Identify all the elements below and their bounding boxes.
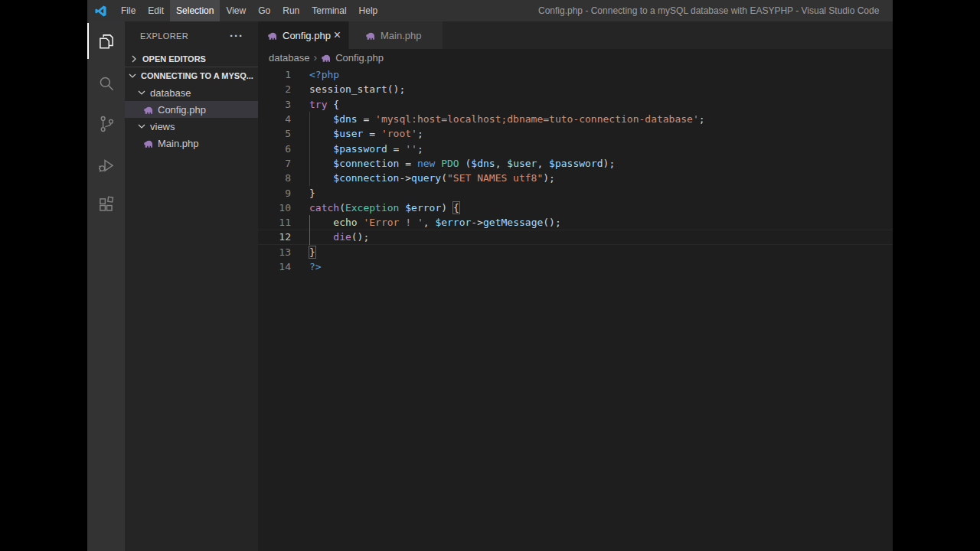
breadcrumb-file[interactable]: Config.php [335, 52, 384, 64]
php-file-icon [143, 105, 154, 115]
line-number: 4 [258, 112, 291, 126]
code-line-1[interactable]: 1<?php [258, 67, 893, 82]
tree-item-database[interactable]: database [125, 84, 258, 101]
source-control-icon[interactable] [87, 114, 125, 134]
extensions-icon[interactable] [87, 195, 125, 215]
php-file-icon [267, 31, 278, 41]
menu-help[interactable]: Help [353, 0, 384, 21]
php-file-icon [321, 53, 332, 63]
menu-go[interactable]: Go [252, 0, 276, 21]
line-number: 7 [258, 156, 291, 171]
line-number: 11 [258, 215, 291, 230]
code-line-12[interactable]: 12 die(); [258, 230, 893, 244]
line-number: 5 [258, 126, 291, 141]
vscode-window: FileEditSelectionViewGoRunTerminalHelp C… [87, 0, 893, 551]
workspace-section[interactable]: CONNECTING TO A MYSQ... [125, 67, 258, 84]
line-number: 2 [258, 82, 291, 96]
tab-label: Config.php [283, 30, 331, 41]
line-number: 14 [258, 259, 291, 274]
code-line-6[interactable]: 6 $password = ''; [258, 142, 893, 156]
tab-main-php[interactable]: Main.php [349, 21, 443, 49]
chevron-right-icon [128, 53, 140, 65]
activity-bar [87, 21, 125, 551]
line-number: 13 [258, 245, 291, 259]
tree-item-label: database [150, 87, 191, 99]
line-number: 9 [258, 186, 291, 201]
explorer-sidebar: EXPLORER ··· OPEN EDITORS CONNECTING TO … [125, 21, 258, 551]
tree-item-main-php[interactable]: Main.php [125, 135, 258, 152]
code-line-14[interactable]: 14?> [258, 259, 893, 274]
code-line-3[interactable]: 3try { [258, 97, 893, 112]
open-editors-label: OPEN EDITORS [142, 54, 206, 64]
search-icon[interactable] [87, 73, 125, 93]
explorer-icon[interactable] [87, 31, 125, 51]
code-line-5[interactable]: 5 $user = 'root'; [258, 126, 893, 141]
workspace-label: CONNECTING TO A MYSQ... [141, 71, 253, 80]
chevron-down-icon [136, 86, 148, 99]
tab-config-php[interactable]: Config.php× [258, 21, 348, 49]
code-area[interactable]: 1<?php2session_start();3try {4 $dns = 'm… [258, 67, 893, 274]
line-number: 1 [258, 67, 291, 82]
breadcrumb-folder[interactable]: database [269, 52, 310, 64]
file-tree: database Config.php views Main.php [125, 84, 258, 152]
menu-view[interactable]: View [220, 0, 252, 21]
line-number: 6 [258, 142, 291, 156]
run-debug-icon[interactable] [87, 155, 125, 175]
code-line-13[interactable]: 13} [258, 245, 893, 259]
chevron-down-icon [126, 70, 139, 82]
code-line-8[interactable]: 8 $connection->query("SET NAMES utf8"); [258, 171, 893, 185]
tree-item-label: views [150, 121, 175, 132]
tab-bar: Config.php× Main.php [258, 21, 893, 49]
code-line-7[interactable]: 7 $connection = new PDO ($dns, $user, $p… [258, 156, 893, 171]
code-line-10[interactable]: 10catch(Exception $error) { [258, 201, 893, 215]
open-editors-section[interactable]: OPEN EDITORS [125, 51, 258, 67]
line-number: 3 [258, 97, 291, 112]
close-icon[interactable]: × [334, 29, 341, 41]
code-line-11[interactable]: 11 echo 'Error ! ', $error->getMessage()… [258, 215, 893, 230]
tree-item-views[interactable]: views [125, 118, 258, 135]
menu-selection[interactable]: Selection [170, 0, 220, 21]
code-line-4[interactable]: 4 $dns = 'mysql:host=localhost;dbname=tu… [258, 112, 893, 126]
menu-terminal[interactable]: Terminal [305, 0, 352, 21]
editor-area: Config.php× Main.php database › Config.p… [258, 21, 893, 551]
line-number: 8 [258, 171, 291, 185]
menu-edit[interactable]: Edit [142, 0, 170, 21]
breadcrumb: database › Config.php [258, 49, 893, 66]
window-title: Config.php - Connecting to a mySQL datab… [538, 0, 879, 21]
code-line-9[interactable]: 9} [258, 186, 893, 201]
line-number: 10 [258, 201, 291, 215]
vscode-logo-icon [94, 5, 107, 18]
code-line-2[interactable]: 2session_start(); [258, 82, 893, 96]
tree-item-label: Main.php [158, 138, 198, 149]
menu-run[interactable]: Run [276, 0, 305, 21]
menu-file[interactable]: File [115, 0, 142, 21]
tab-label: Main.php [381, 30, 421, 41]
sidebar-more-actions-icon[interactable]: ··· [230, 29, 243, 42]
tree-item-label: Config.php [158, 104, 206, 116]
chevron-down-icon [136, 120, 148, 132]
title-bar: FileEditSelectionViewGoRunTerminalHelp C… [87, 0, 893, 21]
line-number: 12 [258, 230, 291, 244]
sidebar-title: EXPLORER [140, 31, 188, 41]
menu-bar: FileEditSelectionViewGoRunTerminalHelp [115, 0, 384, 21]
php-file-icon [365, 31, 376, 41]
php-file-icon [143, 139, 154, 148]
breadcrumb-separator: › [314, 51, 318, 64]
tree-item-config-php[interactable]: Config.php [125, 101, 258, 118]
